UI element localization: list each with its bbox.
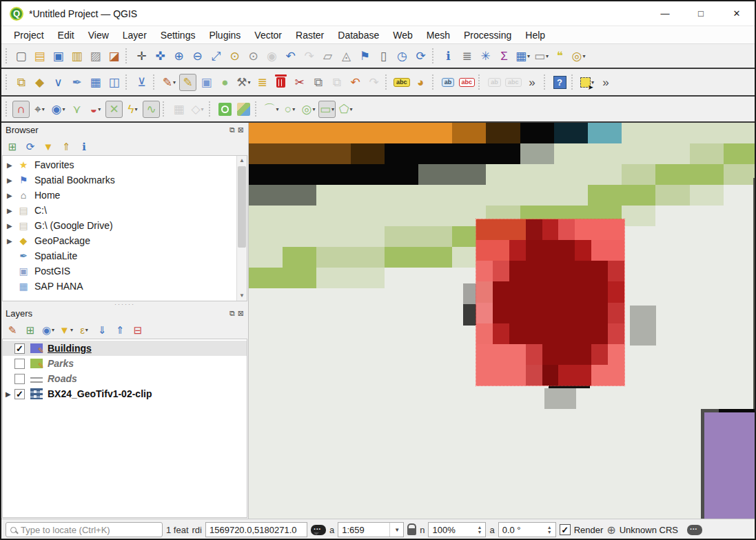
pan-map-button[interactable]: ✛: [133, 48, 150, 65]
topological-editing-button[interactable]: ⋎: [68, 101, 85, 118]
toolbar-drag-handle[interactable]: [6, 74, 10, 90]
expand-arrow-icon[interactable]: ▶: [7, 192, 17, 199]
dropdown-arrow-icon[interactable]: ▾: [248, 79, 251, 86]
scale-combobox[interactable]: 1:659 ▼: [338, 522, 404, 537]
extents-icon[interactable]: [311, 525, 326, 535]
magnifier-spinbox[interactable]: 100% ▲▼: [428, 522, 486, 537]
layer-labeling-button[interactable]: abc: [393, 74, 411, 91]
toolbar-drag-handle[interactable]: [6, 101, 10, 117]
expand-arrow-icon[interactable]: ▶: [7, 237, 17, 245]
help-button[interactable]: ?: [551, 74, 569, 91]
layer-item-buildings[interactable]: ✓Buildings: [3, 341, 247, 356]
manage-map-themes-button[interactable]: ◉▾: [41, 322, 56, 337]
collapse-all-layers-button[interactable]: ⇑: [112, 322, 127, 337]
browser-item-spatialite[interactable]: ✒SpatiaLite: [3, 248, 247, 263]
zoom-last-button[interactable]: ↶: [282, 48, 299, 65]
browser-float-icon[interactable]: ⧉: [229, 126, 235, 134]
avoid-overlap-button[interactable]: ◒▾: [87, 101, 104, 118]
rectangle-button[interactable]: ▭▾: [318, 101, 336, 118]
layer-checkbox[interactable]: ✓: [14, 343, 25, 354]
scale-dropdown-icon[interactable]: ▼: [389, 523, 400, 537]
layer-checkbox[interactable]: [14, 374, 25, 384]
render-checkbox[interactable]: ✓: [560, 524, 571, 535]
pan-to-selection-button[interactable]: ✜: [152, 48, 169, 65]
refresh-map-button[interactable]: ⟳: [412, 48, 429, 65]
browser-item-g-google-drive[interactable]: ▶▤G:\ (Google Drive): [3, 218, 247, 233]
highlight-pinned-labels-button[interactable]: abc: [458, 74, 476, 91]
dropdown-arrow-icon[interactable]: ▾: [134, 106, 137, 112]
mesh-transform-button[interactable]: ◇▾: [189, 101, 206, 118]
expand-arrow-icon[interactable]: ▶: [6, 390, 14, 398]
vertex-tool-button[interactable]: ⚒▾: [235, 74, 252, 91]
maximize-button[interactable]: □: [683, 1, 719, 26]
new-mesh-layer-button[interactable]: ◫: [105, 74, 123, 91]
snap-on-intersection-button[interactable]: ✕: [105, 101, 123, 118]
menu-item-settings[interactable]: Settings: [154, 28, 203, 43]
spinner-icons[interactable]: ▲▼: [478, 525, 482, 534]
add-group-button[interactable]: ⊞: [23, 322, 38, 337]
new-map-view-button[interactable]: ▱: [319, 48, 336, 65]
new-temporary-scratch-layer-button[interactable]: ⊻: [133, 74, 150, 91]
regular-polygon-button[interactable]: ⬠▾: [337, 101, 354, 118]
panel-splitter[interactable]: ······: [1, 301, 248, 306]
mesh-digitizing-button[interactable]: ▦: [170, 101, 187, 118]
ellipse-button[interactable]: ◎▾: [300, 101, 317, 118]
menu-item-plugins[interactable]: Plugins: [202, 28, 247, 43]
dropdown-arrow-icon[interactable]: ▾: [292, 106, 295, 112]
copy-features-button[interactable]: ⧉: [309, 74, 327, 91]
browser-item-geopackage[interactable]: ▶◆GeoPackage: [3, 233, 247, 248]
dropdown-arrow-icon[interactable]: ▾: [349, 106, 352, 112]
browser-item-spatial-bookmarks[interactable]: ▶⚑Spatial Bookmarks: [3, 172, 247, 188]
toolbar-drag-handle[interactable]: [6, 48, 10, 63]
layer-checkbox[interactable]: ✓: [14, 389, 25, 399]
zoom-full-button[interactable]: ⤢: [207, 48, 225, 65]
delete-selected-button[interactable]: [272, 74, 289, 91]
crs-status[interactable]: Unknown CRS: [620, 525, 678, 535]
show-layout-manager-button[interactable]: ▨: [87, 48, 104, 65]
expand-all-button[interactable]: ⇓: [94, 322, 110, 337]
remove-layer-button[interactable]: ⊟: [130, 322, 145, 337]
statistical-summary-button[interactable]: Σ: [496, 48, 513, 65]
undo-button[interactable]: ↶: [347, 74, 364, 91]
annotation-button[interactable]: ◎▾: [570, 48, 587, 65]
add-polygon-feature-button[interactable]: ●: [216, 74, 234, 91]
temporal-controller-button[interactable]: ◷: [394, 48, 411, 65]
scroll-down-icon[interactable]: ▼: [237, 291, 247, 301]
menu-item-view[interactable]: View: [81, 28, 116, 43]
stream-digitizing-button[interactable]: ∿: [143, 101, 160, 118]
enable-tracing-button[interactable]: ϟ▾: [124, 101, 141, 118]
dropdown-arrow-icon[interactable]: ▾: [582, 53, 585, 59]
measure-button[interactable]: ▭▾: [533, 48, 550, 65]
globe-icon[interactable]: ⊕: [606, 523, 615, 537]
snapping-visibility-button[interactable]: ◉▾: [50, 101, 67, 118]
cut-features-button[interactable]: ✂: [291, 74, 308, 91]
circle-button[interactable]: ○▾: [281, 101, 298, 118]
menu-item-mesh[interactable]: Mesh: [420, 28, 457, 43]
messages-icon[interactable]: [687, 525, 702, 535]
new-spatial-bookmark-button[interactable]: ⚑: [356, 48, 374, 65]
identify-features-button[interactable]: ℹ: [440, 48, 457, 65]
field-calculator-button[interactable]: ≣: [458, 48, 476, 65]
osm-place-search-button[interactable]: [235, 101, 252, 118]
dropdown-arrow-icon[interactable]: ▾: [42, 106, 45, 112]
open-layer-styling-button[interactable]: ✎: [5, 322, 20, 337]
locate-search-input[interactable]: Type to locate (Ctrl+K): [6, 522, 163, 537]
redo-button[interactable]: ↷: [365, 74, 382, 91]
filter-legend-button[interactable]: ▼▾: [59, 322, 74, 337]
menu-item-layer[interactable]: Layer: [116, 28, 154, 43]
layer-diagram-button[interactable]: ◕: [412, 74, 429, 91]
processing-toolbox-button[interactable]: ✳: [477, 48, 494, 65]
menu-item-vector[interactable]: Vector: [247, 28, 289, 43]
browser-item-c[interactable]: ▶▤C:\: [3, 203, 247, 218]
style-manager-button[interactable]: ◪: [105, 48, 123, 65]
spinner-icons[interactable]: ▲▼: [547, 525, 552, 534]
pin-labels-button[interactable]: ab: [440, 74, 457, 91]
dropdown-arrow-icon[interactable]: ▾: [546, 53, 549, 59]
layer-item-roads[interactable]: Roads: [3, 371, 247, 386]
layer-checkbox[interactable]: [14, 359, 25, 369]
browser-item-favorites[interactable]: ▶★Favorites: [3, 157, 247, 172]
dropdown-arrow-icon[interactable]: ▾: [70, 327, 73, 333]
enable-snapping-button[interactable]: ∩: [12, 101, 30, 118]
scroll-up-icon[interactable]: ▲: [237, 156, 247, 166]
save-layer-edits-button[interactable]: ▣: [198, 74, 215, 91]
